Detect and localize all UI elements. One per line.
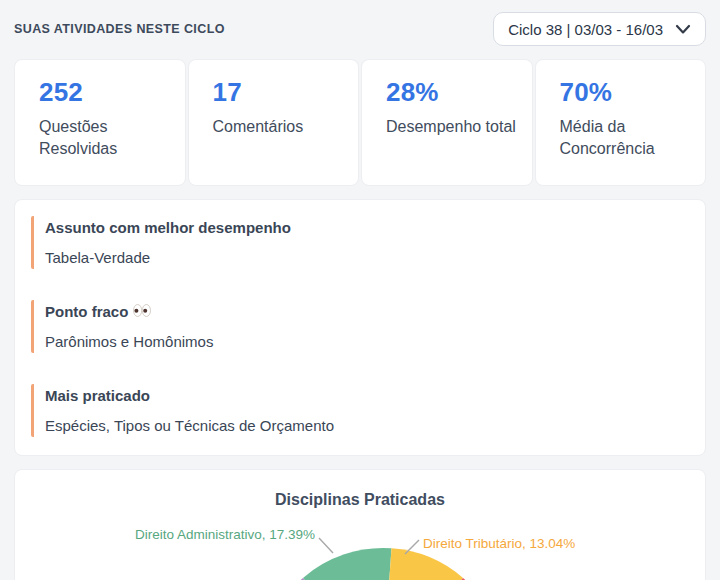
cycle-selector-label: Ciclo 38 | 03/03 - 16/03 (508, 21, 663, 38)
stat-value: 252 (39, 77, 177, 108)
highlight-title-text: Assunto com melhor desempenho (45, 219, 291, 236)
highlight-item-ponto-fraco: Ponto fraco Parônimos e Homônimos (31, 300, 689, 353)
pie-slice-direito-administrativo (303, 548, 392, 580)
stat-value: 17 (213, 77, 351, 108)
stat-card-media-concorrencia: 70% Média da Concorrência (535, 59, 707, 186)
highlight-title: Mais praticado (45, 387, 689, 404)
stat-label: Desempenho total (386, 116, 524, 138)
stat-label: Média da Concorrência (560, 116, 698, 161)
chevron-down-icon (675, 24, 691, 35)
highlight-value: Tabela-Verdade (45, 249, 689, 266)
stat-label: Comentários (213, 116, 351, 138)
cycle-selector-dropdown[interactable]: Ciclo 38 | 03/03 - 16/03 (493, 12, 706, 46)
highlight-value: Parônimos e Homônimos (45, 333, 689, 350)
highlight-title-text: Mais praticado (45, 387, 150, 404)
highlight-title-text: Ponto fraco (45, 303, 128, 320)
highlight-title: Assunto com melhor desempenho (45, 219, 689, 236)
stat-card-questoes-resolvidas: 252 Questões Resolvidas (14, 59, 186, 186)
stat-label: Questões Resolvidas (39, 116, 177, 161)
page-title: SUAS ATIVIDADES NESTE CICLO (14, 22, 225, 36)
leader-line-left (319, 538, 333, 553)
disciplines-chart-card: Disciplinas Praticadas Direito Administr… (14, 469, 706, 580)
topbar: SUAS ATIVIDADES NESTE CICLO Ciclo 38 | 0… (0, 0, 720, 59)
chart-title: Disciplinas Praticadas (15, 490, 705, 510)
eyes-emoji-icon (133, 303, 151, 320)
highlights-card: Assunto com melhor desempenho Tabela-Ver… (14, 199, 706, 456)
highlight-item-mais-praticado: Mais praticado Espécies, Tipos ou Técnic… (31, 384, 689, 437)
highlight-value: Espécies, Tipos ou Técnicas de Orçamento (45, 417, 689, 434)
pie-label-direito-tributario: Direito Tributário, 13.04% (423, 536, 575, 551)
stat-value: 70% (560, 77, 698, 108)
stat-card-desempenho-total: 28% Desempenho total (361, 59, 533, 186)
pie-slice-direito-tributario (383, 548, 463, 580)
stats-row: 252 Questões Resolvidas 17 Comentários 2… (14, 59, 706, 186)
activities-dashboard: SUAS ATIVIDADES NESTE CICLO Ciclo 38 | 0… (0, 0, 720, 580)
pie-label-direito-administrativo: Direito Administrativo, 17.39% (15, 527, 315, 542)
stat-value: 28% (386, 77, 524, 108)
highlight-title: Ponto fraco (45, 303, 689, 320)
stat-card-comentarios: 17 Comentários (188, 59, 360, 186)
disciplines-pie-chart: Direito Administrativo, 17.39% Direito T… (15, 522, 705, 580)
highlight-item-melhor-desempenho: Assunto com melhor desempenho Tabela-Ver… (31, 216, 689, 269)
